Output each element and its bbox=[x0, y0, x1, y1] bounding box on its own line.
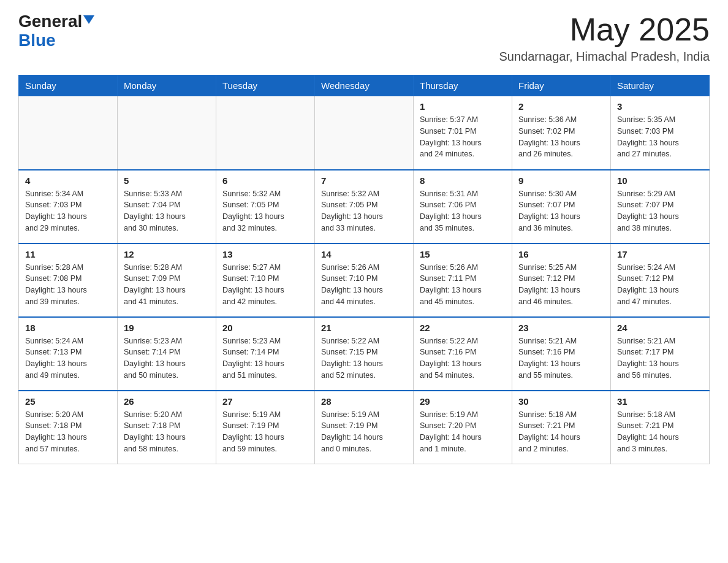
day-number: 19 bbox=[124, 323, 210, 333]
day-info: Sunrise: 5:23 AM Sunset: 7:14 PM Dayligh… bbox=[222, 335, 308, 381]
day-info: Sunrise: 5:32 AM Sunset: 7:05 PM Dayligh… bbox=[321, 188, 407, 234]
calendar-day: 17Sunrise: 5:24 AM Sunset: 7:12 PM Dayli… bbox=[611, 243, 710, 317]
calendar-day bbox=[118, 96, 216, 170]
day-number: 3 bbox=[617, 101, 703, 112]
calendar-day: 20Sunrise: 5:23 AM Sunset: 7:14 PM Dayli… bbox=[216, 317, 315, 391]
calendar-day: 15Sunrise: 5:26 AM Sunset: 7:11 PM Dayli… bbox=[414, 243, 512, 317]
calendar-day: 4Sunrise: 5:34 AM Sunset: 7:03 PM Daylig… bbox=[19, 170, 118, 243]
calendar-day: 26Sunrise: 5:20 AM Sunset: 7:18 PM Dayli… bbox=[118, 391, 216, 464]
day-number: 21 bbox=[321, 323, 407, 333]
calendar-day: 24Sunrise: 5:21 AM Sunset: 7:17 PM Dayli… bbox=[611, 317, 710, 391]
day-info: Sunrise: 5:22 AM Sunset: 7:16 PM Dayligh… bbox=[420, 335, 506, 381]
header-wednesday: Wednesday bbox=[315, 75, 414, 96]
calendar-day: 2Sunrise: 5:36 AM Sunset: 7:02 PM Daylig… bbox=[512, 96, 611, 170]
calendar-day bbox=[315, 96, 414, 170]
calendar-week-5: 25Sunrise: 5:20 AM Sunset: 7:18 PM Dayli… bbox=[19, 391, 710, 464]
calendar-week-1: 1Sunrise: 5:37 AM Sunset: 7:01 PM Daylig… bbox=[19, 96, 710, 170]
day-info: Sunrise: 5:21 AM Sunset: 7:16 PM Dayligh… bbox=[518, 335, 604, 381]
calendar-day: 18Sunrise: 5:24 AM Sunset: 7:13 PM Dayli… bbox=[19, 317, 118, 391]
day-number: 22 bbox=[420, 323, 506, 333]
day-number: 24 bbox=[617, 323, 703, 333]
day-number: 16 bbox=[518, 249, 604, 259]
day-info: Sunrise: 5:32 AM Sunset: 7:05 PM Dayligh… bbox=[222, 188, 308, 234]
day-number: 23 bbox=[518, 323, 604, 333]
day-info: Sunrise: 5:19 AM Sunset: 7:20 PM Dayligh… bbox=[420, 409, 506, 455]
day-info: Sunrise: 5:19 AM Sunset: 7:19 PM Dayligh… bbox=[222, 409, 308, 455]
day-info: Sunrise: 5:22 AM Sunset: 7:15 PM Dayligh… bbox=[321, 335, 407, 381]
logo-general: General bbox=[18, 12, 82, 31]
month-year: May 2025 bbox=[499, 12, 710, 47]
header-monday: Monday bbox=[118, 75, 216, 96]
calendar-week-4: 18Sunrise: 5:24 AM Sunset: 7:13 PM Dayli… bbox=[19, 317, 710, 391]
day-number: 29 bbox=[420, 396, 506, 407]
location: Sundarnagar, Himachal Pradesh, India bbox=[499, 50, 710, 64]
day-info: Sunrise: 5:27 AM Sunset: 7:10 PM Dayligh… bbox=[222, 262, 308, 308]
header-friday: Friday bbox=[512, 75, 611, 96]
day-number: 10 bbox=[617, 175, 703, 186]
calendar-day: 31Sunrise: 5:18 AM Sunset: 7:21 PM Dayli… bbox=[611, 391, 710, 464]
calendar-day: 16Sunrise: 5:25 AM Sunset: 7:12 PM Dayli… bbox=[512, 243, 611, 317]
header-tuesday: Tuesday bbox=[216, 75, 315, 96]
calendar-day: 3Sunrise: 5:35 AM Sunset: 7:03 PM Daylig… bbox=[611, 96, 710, 170]
calendar-day: 6Sunrise: 5:32 AM Sunset: 7:05 PM Daylig… bbox=[216, 170, 315, 243]
day-number: 20 bbox=[222, 323, 308, 333]
calendar-day: 25Sunrise: 5:20 AM Sunset: 7:18 PM Dayli… bbox=[19, 391, 118, 464]
calendar-day: 28Sunrise: 5:19 AM Sunset: 7:19 PM Dayli… bbox=[315, 391, 414, 464]
day-number: 9 bbox=[518, 175, 604, 186]
day-number: 14 bbox=[321, 249, 407, 259]
calendar-day: 9Sunrise: 5:30 AM Sunset: 7:07 PM Daylig… bbox=[512, 170, 611, 243]
calendar-day: 22Sunrise: 5:22 AM Sunset: 7:16 PM Dayli… bbox=[414, 317, 512, 391]
day-number: 8 bbox=[420, 175, 506, 186]
day-number: 30 bbox=[518, 396, 604, 407]
day-number: 31 bbox=[617, 396, 703, 407]
calendar-day: 5Sunrise: 5:33 AM Sunset: 7:04 PM Daylig… bbox=[118, 170, 216, 243]
logo-blue: Blue bbox=[18, 31, 56, 50]
header-sunday: Sunday bbox=[19, 75, 118, 96]
calendar-day: 1Sunrise: 5:37 AM Sunset: 7:01 PM Daylig… bbox=[414, 96, 512, 170]
calendar-day: 14Sunrise: 5:26 AM Sunset: 7:10 PM Dayli… bbox=[315, 243, 414, 317]
calendar-day bbox=[19, 96, 118, 170]
day-number: 4 bbox=[25, 175, 111, 186]
day-info: Sunrise: 5:20 AM Sunset: 7:18 PM Dayligh… bbox=[25, 409, 111, 455]
day-info: Sunrise: 5:24 AM Sunset: 7:13 PM Dayligh… bbox=[25, 335, 111, 381]
calendar-day: 8Sunrise: 5:31 AM Sunset: 7:06 PM Daylig… bbox=[414, 170, 512, 243]
calendar-day: 11Sunrise: 5:28 AM Sunset: 7:08 PM Dayli… bbox=[19, 243, 118, 317]
day-number: 15 bbox=[420, 249, 506, 259]
logo-triangle-icon bbox=[83, 15, 94, 24]
day-info: Sunrise: 5:28 AM Sunset: 7:08 PM Dayligh… bbox=[25, 262, 111, 308]
calendar-day: 21Sunrise: 5:22 AM Sunset: 7:15 PM Dayli… bbox=[315, 317, 414, 391]
calendar-day: 12Sunrise: 5:28 AM Sunset: 7:09 PM Dayli… bbox=[118, 243, 216, 317]
day-info: Sunrise: 5:31 AM Sunset: 7:06 PM Dayligh… bbox=[420, 188, 506, 234]
calendar-day: 27Sunrise: 5:19 AM Sunset: 7:19 PM Dayli… bbox=[216, 391, 315, 464]
day-info: Sunrise: 5:34 AM Sunset: 7:03 PM Dayligh… bbox=[25, 188, 111, 234]
day-info: Sunrise: 5:37 AM Sunset: 7:01 PM Dayligh… bbox=[420, 114, 506, 160]
day-info: Sunrise: 5:18 AM Sunset: 7:21 PM Dayligh… bbox=[518, 409, 604, 455]
day-number: 1 bbox=[420, 101, 506, 112]
page-header: General Blue May 2025 Sundarnagar, Himac… bbox=[18, 12, 710, 64]
day-info: Sunrise: 5:18 AM Sunset: 7:21 PM Dayligh… bbox=[617, 409, 703, 455]
calendar-header-row: SundayMondayTuesdayWednesdayThursdayFrid… bbox=[19, 75, 710, 96]
day-number: 6 bbox=[222, 175, 308, 186]
calendar-day: 7Sunrise: 5:32 AM Sunset: 7:05 PM Daylig… bbox=[315, 170, 414, 243]
day-info: Sunrise: 5:30 AM Sunset: 7:07 PM Dayligh… bbox=[518, 188, 604, 234]
day-info: Sunrise: 5:35 AM Sunset: 7:03 PM Dayligh… bbox=[617, 114, 703, 160]
calendar-day: 19Sunrise: 5:23 AM Sunset: 7:14 PM Dayli… bbox=[118, 317, 216, 391]
logo: General Blue bbox=[18, 12, 94, 50]
day-info: Sunrise: 5:19 AM Sunset: 7:19 PM Dayligh… bbox=[321, 409, 407, 455]
day-info: Sunrise: 5:21 AM Sunset: 7:17 PM Dayligh… bbox=[617, 335, 703, 381]
day-info: Sunrise: 5:36 AM Sunset: 7:02 PM Dayligh… bbox=[518, 114, 604, 160]
day-info: Sunrise: 5:29 AM Sunset: 7:07 PM Dayligh… bbox=[617, 188, 703, 234]
calendar-day: 10Sunrise: 5:29 AM Sunset: 7:07 PM Dayli… bbox=[611, 170, 710, 243]
day-number: 5 bbox=[124, 175, 210, 186]
day-number: 7 bbox=[321, 175, 407, 186]
title-area: May 2025 Sundarnagar, Himachal Pradesh, … bbox=[499, 12, 710, 64]
header-thursday: Thursday bbox=[414, 75, 512, 96]
day-number: 12 bbox=[124, 249, 210, 259]
day-number: 25 bbox=[25, 396, 111, 407]
calendar-week-2: 4Sunrise: 5:34 AM Sunset: 7:03 PM Daylig… bbox=[19, 170, 710, 243]
calendar-day: 23Sunrise: 5:21 AM Sunset: 7:16 PM Dayli… bbox=[512, 317, 611, 391]
day-number: 27 bbox=[222, 396, 308, 407]
day-number: 18 bbox=[25, 323, 111, 333]
day-info: Sunrise: 5:23 AM Sunset: 7:14 PM Dayligh… bbox=[124, 335, 210, 381]
day-info: Sunrise: 5:26 AM Sunset: 7:11 PM Dayligh… bbox=[420, 262, 506, 308]
